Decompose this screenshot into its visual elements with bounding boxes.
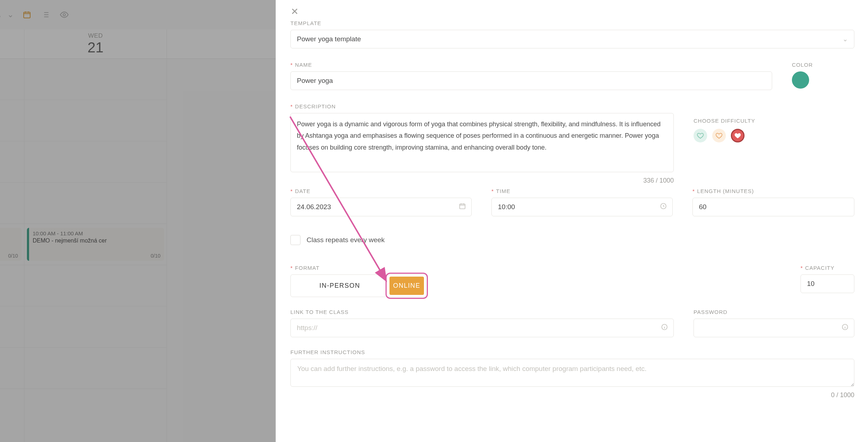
app-root: e 2023 ⌄ TUE 20 WED 21 bbox=[0, 0, 868, 442]
link-label: LINK TO THE CLASS bbox=[290, 309, 674, 315]
password-label: PASSWORD bbox=[694, 309, 854, 315]
date-field: *DATE bbox=[290, 188, 472, 216]
color-swatch[interactable] bbox=[792, 71, 809, 89]
format-inperson-button[interactable]: IN-PERSON bbox=[293, 277, 387, 295]
date-input[interactable] bbox=[290, 198, 472, 216]
info-icon[interactable] bbox=[661, 324, 668, 333]
date-time-length-row: *DATE *TIME bbox=[290, 188, 854, 216]
heart-icon bbox=[715, 132, 723, 139]
difficulty-options bbox=[694, 129, 755, 142]
template-select[interactable]: Power yoga template ⌄ bbox=[290, 30, 854, 48]
name-color-row: *NAME COLOR bbox=[290, 62, 854, 90]
difficulty-medium[interactable] bbox=[712, 129, 726, 142]
svg-rect-2 bbox=[460, 204, 465, 209]
repeat-checkbox[interactable] bbox=[290, 235, 300, 245]
template-field: TEMPLATE Power yoga template ⌄ bbox=[290, 20, 854, 48]
difficulty-hard[interactable] bbox=[731, 129, 745, 142]
length-field: *LENGTH (MINUTES) bbox=[692, 188, 854, 216]
drawer-inner: ✕ TEMPLATE Power yoga template ⌄ *NAME C… bbox=[276, 0, 868, 408]
instructions-label: FURTHER INSTRUCTIONS bbox=[290, 349, 854, 355]
date-label: *DATE bbox=[290, 188, 472, 194]
repeat-row: Class repeats every week bbox=[290, 235, 854, 245]
description-textarea[interactable] bbox=[290, 113, 674, 172]
class-form-drawer: ✕ TEMPLATE Power yoga template ⌄ *NAME C… bbox=[276, 0, 868, 442]
difficulty-label: CHOOSE DIFFICULTY bbox=[694, 118, 755, 124]
link-field: LINK TO THE CLASS bbox=[290, 309, 674, 337]
instructions-counter: 0 / 1000 bbox=[290, 391, 854, 399]
link-input[interactable] bbox=[290, 319, 674, 337]
description-difficulty-row: *DESCRIPTION 336 / 1000 CHOOSE DIFFICULT… bbox=[290, 103, 854, 184]
annotation-ring: ONLINE bbox=[386, 273, 428, 299]
length-input[interactable] bbox=[692, 198, 854, 216]
heart-icon bbox=[734, 132, 741, 139]
chevron-down-icon: ⌄ bbox=[843, 35, 848, 43]
template-value: Power yoga template bbox=[297, 35, 361, 43]
link-password-row: LINK TO THE CLASS PASSWORD bbox=[290, 309, 854, 337]
description-label: *DESCRIPTION bbox=[290, 103, 674, 109]
calendar-icon[interactable] bbox=[459, 203, 466, 212]
color-field: COLOR bbox=[792, 62, 813, 90]
format-field: *FORMAT IN-PERSON ONLINE bbox=[290, 265, 426, 297]
difficulty-easy[interactable] bbox=[694, 129, 707, 142]
password-field: PASSWORD bbox=[694, 309, 854, 337]
format-label: *FORMAT bbox=[290, 265, 426, 271]
name-input[interactable] bbox=[290, 71, 772, 90]
name-field: *NAME bbox=[290, 62, 772, 90]
format-online-button[interactable]: ONLINE bbox=[389, 277, 424, 295]
capacity-field: *CAPACITY bbox=[801, 265, 854, 297]
capacity-input[interactable] bbox=[801, 274, 854, 293]
password-input[interactable] bbox=[694, 319, 854, 337]
color-label: COLOR bbox=[792, 62, 813, 68]
template-label: TEMPLATE bbox=[290, 20, 854, 26]
time-label: *TIME bbox=[491, 188, 673, 194]
format-capacity-row: *FORMAT IN-PERSON ONLINE *CAPACITY bbox=[290, 265, 854, 297]
description-counter: 336 / 1000 bbox=[290, 177, 674, 184]
time-input[interactable] bbox=[491, 198, 673, 216]
close-icon[interactable]: ✕ bbox=[290, 6, 300, 17]
repeat-label: Class repeats every week bbox=[307, 236, 385, 244]
difficulty-field: CHOOSE DIFFICULTY bbox=[694, 118, 755, 184]
heart-icon bbox=[697, 132, 704, 139]
clock-icon[interactable] bbox=[660, 203, 667, 212]
format-segmented: IN-PERSON ONLINE bbox=[290, 274, 426, 297]
info-icon[interactable] bbox=[841, 324, 849, 333]
description-field: *DESCRIPTION 336 / 1000 bbox=[290, 103, 674, 184]
instructions-field: FURTHER INSTRUCTIONS 0 / 1000 bbox=[290, 349, 854, 399]
instructions-textarea[interactable] bbox=[290, 359, 854, 387]
capacity-label: *CAPACITY bbox=[801, 265, 854, 271]
time-field: *TIME bbox=[491, 188, 673, 216]
length-label: *LENGTH (MINUTES) bbox=[692, 188, 854, 194]
name-label: *NAME bbox=[290, 62, 772, 68]
